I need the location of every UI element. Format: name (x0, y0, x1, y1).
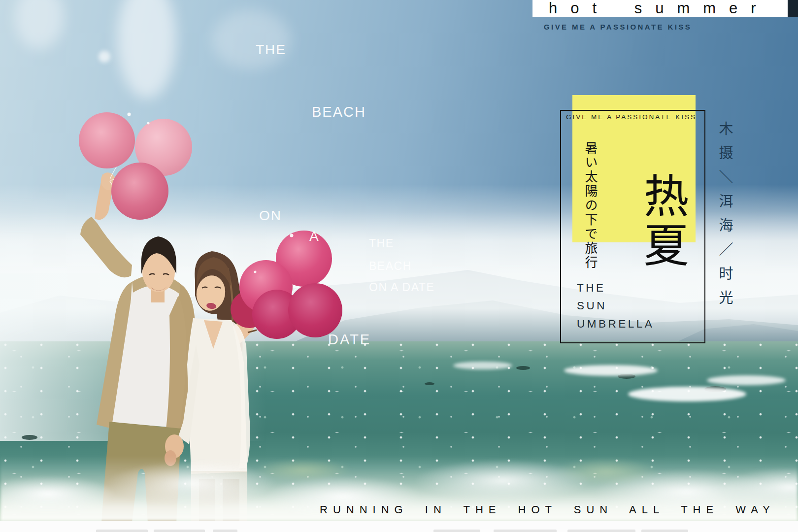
caption-line-sun: SUN (577, 299, 607, 312)
scatter-word-the: THE (256, 42, 286, 58)
scatter-word-beach: BEACH (312, 104, 366, 120)
cropped-mark (567, 530, 635, 532)
cropped-mark (494, 530, 557, 532)
column-word-on-a-date: ON A DATE (369, 281, 434, 294)
scatter-word-on: ON (259, 208, 282, 224)
corner-block (788, 0, 798, 17)
footer-tagline: RUNNING IN THE HOT SUN ALL THE WAY (320, 503, 775, 516)
kiss-label: GIVE ME A PASSIONATE KISS (566, 113, 697, 121)
poster-title: hot summer (549, 0, 788, 17)
scatter-word-a: A (309, 229, 320, 244)
column-word-beach: BEACH (369, 260, 412, 273)
cropped-mark (641, 530, 688, 532)
japanese-vertical-text: 暑い太陽の下で旅行 (581, 141, 599, 270)
header-bar: hot summer (532, 0, 788, 17)
cropped-mark (154, 530, 205, 532)
chinese-title: 热夏 (639, 172, 684, 271)
cropped-mark (96, 530, 148, 532)
side-vertical-credit: 木摄＼洱海／时光 (714, 121, 735, 314)
cropped-mark (213, 530, 237, 532)
cropped-mark (433, 530, 480, 532)
wave-crests (453, 362, 786, 401)
caption-line-umbrella: UMBRELLA (577, 318, 654, 331)
column-word-the: THE (369, 237, 394, 250)
balloon-cluster-right (231, 231, 342, 339)
bottom-white-strip (0, 521, 798, 532)
scatter-word-date: DATE (328, 332, 371, 348)
poster-subtitle: GIVE ME A PASSIONATE KISS (544, 23, 692, 31)
caption-line-the: THE (577, 282, 606, 295)
summer-beach-poster: hot summer GIVE ME A PASSIONATE KISS THE… (0, 0, 798, 532)
balloon-cluster-top (79, 112, 192, 220)
